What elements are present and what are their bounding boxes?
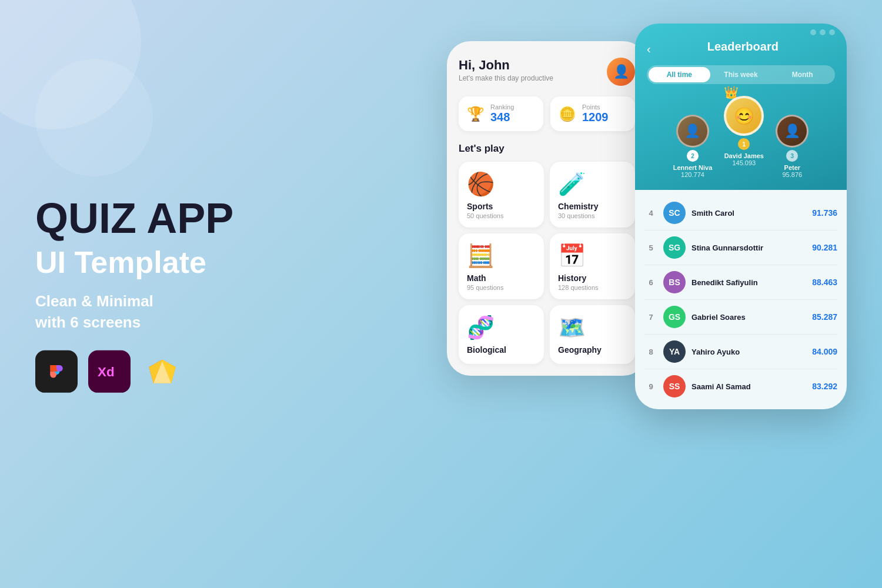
bg-decoration-circle-2 [35, 59, 153, 176]
score-stina: 90.281 [812, 243, 837, 252]
ranking-label: Ranking [490, 103, 514, 111]
greeting-text: Hi, John [459, 58, 553, 73]
category-biological[interactable]: 🧬 Biological [459, 305, 544, 364]
tab-this-week[interactable]: This week [710, 67, 772, 82]
coin-icon: 🪙 [559, 106, 576, 122]
phone-leaderboard: ‹ Leaderboard All time This week Month 👤 [635, 24, 847, 409]
avatar-gabriel: GS [663, 306, 686, 328]
score-gabriel: 85.287 [812, 312, 837, 322]
sub-title: UI Template [35, 244, 270, 280]
score-lennert: 120.774 [681, 171, 704, 178]
avatar-stina: SG [663, 236, 686, 259]
rank-8: 8 [644, 348, 657, 356]
first-place-avatar-wrapper: 👑 😊 [724, 96, 764, 136]
math-questions: 95 questions [467, 284, 536, 291]
math-icon: 🧮 [467, 243, 536, 269]
points-label: Points [582, 103, 609, 111]
lets-play-title: Let's play [459, 143, 635, 155]
phone-quiz-home: Hi, John Let's make this day productive … [447, 41, 647, 376]
avatar-smith: SC [663, 202, 686, 224]
phones-container: Hi, John Let's make this day productive … [447, 24, 847, 409]
name-lennert: Lennert Niva [673, 164, 713, 171]
score-david: 145.093 [732, 159, 756, 166]
desc-line2: with 6 screens [35, 313, 141, 331]
name-yahiro: Yahiro Ayuko [691, 348, 812, 356]
score-benedikt: 88.463 [812, 278, 837, 287]
name-peter: Peter [784, 164, 801, 171]
score-peter: 95.876 [782, 171, 802, 178]
time-filter-tabs: All time This week Month [647, 65, 835, 84]
rank-5: 5 [644, 243, 657, 252]
trophy-icon: 🏆 [467, 106, 485, 122]
leaderboard-title: Leaderboard [651, 40, 835, 54]
dot-2 [820, 29, 826, 35]
podium: 👤 2 Lennert Niva 120.774 👑 😊 1 Davi [647, 96, 835, 190]
header-text: Hi, John Let's make this day productive [459, 58, 553, 82]
main-title: QUIZ APP [35, 195, 270, 242]
points-card: 🪙 Points 1209 [550, 96, 635, 131]
history-name: History [558, 273, 627, 283]
lb-row-4[interactable]: 4 SC Smith Carol 91.736 [644, 196, 837, 230]
xd-icon: Xd [88, 350, 131, 393]
name-benedikt: Benedikt Safiyulin [691, 278, 812, 287]
avatar-david: 😊 [724, 96, 764, 136]
dot-1 [810, 29, 816, 35]
avatar-peter: 👤 [776, 115, 808, 148]
podium-2nd: 👤 2 Lennert Niva 120.774 [673, 115, 713, 178]
figma-icon [35, 350, 78, 393]
phone-header: Hi, John Let's make this day productive … [459, 58, 635, 86]
rank-9: 9 [644, 382, 657, 391]
tab-all-time[interactable]: All time [649, 67, 710, 82]
lb-row-9[interactable]: 9 SS Saami Al Samad 83.292 [644, 369, 837, 403]
leaderboard-header: ‹ Leaderboard All time This week Month 👤 [635, 24, 847, 190]
chemistry-icon: 🧪 [558, 171, 627, 197]
rank-4: 4 [644, 209, 657, 218]
greeting-subtitle: Let's make this day productive [459, 74, 553, 82]
sketch-icon [141, 350, 183, 393]
left-section: QUIZ APP UI Template Clean & Minimal wit… [35, 195, 270, 393]
chemistry-name: Chemistry [558, 202, 627, 211]
rank-2-badge: 2 [687, 150, 699, 162]
user-avatar: 👤 [607, 58, 635, 86]
geography-name: Geography [558, 345, 627, 355]
stats-row: 🏆 Ranking 348 🪙 Points 1209 [459, 96, 635, 131]
history-icon: 📅 [558, 243, 627, 269]
biology-icon: 🧬 [467, 315, 536, 340]
category-chemistry[interactable]: 🧪 Chemistry 30 questions [550, 162, 635, 228]
tab-month[interactable]: Month [771, 67, 833, 82]
category-history[interactable]: 📅 History 128 questions [550, 233, 635, 299]
avatar-benedikt: BS [663, 271, 686, 293]
history-questions: 128 questions [558, 284, 627, 291]
ranking-value: 348 [490, 111, 514, 124]
sports-icon: 🏀 [467, 171, 536, 197]
back-button[interactable]: ‹ [647, 42, 651, 56]
description: Clean & Minimal with 6 screens [35, 290, 270, 333]
tool-icons-row: Xd [35, 350, 270, 393]
quiz-categories-grid: 🏀 Sports 50 questions 🧪 Chemistry 30 que… [459, 162, 635, 364]
math-name: Math [467, 273, 536, 283]
biology-name: Biological [467, 345, 536, 355]
desc-line1: Clean & Minimal [35, 292, 153, 309]
podium-3rd: 👤 3 Peter 95.876 [776, 115, 808, 178]
podium-1st: 👑 😊 1 David James 145.093 [724, 96, 764, 166]
category-sports[interactable]: 🏀 Sports 50 questions [459, 162, 544, 228]
score-smith: 91.736 [812, 208, 837, 218]
name-gabriel: Gabriel Soares [691, 313, 812, 322]
lb-row-8[interactable]: 8 YA Yahiro Ayuko 84.009 [644, 335, 837, 369]
geography-icon: 🗺️ [558, 315, 627, 340]
lb-row-7[interactable]: 7 GS Gabriel Soares 85.287 [644, 300, 837, 335]
points-value: 1209 [582, 111, 609, 124]
leaderboard-list: 4 SC Smith Carol 91.736 5 SG Stina Gunna… [635, 190, 847, 409]
lb-row-6[interactable]: 6 BS Benedikt Safiyulin 88.463 [644, 265, 837, 300]
lb-row-5[interactable]: 5 SG Stina Gunnarsdottir 90.281 [644, 230, 837, 265]
sports-name: Sports [467, 202, 536, 211]
avatar-saami: SS [663, 375, 686, 397]
avatar-yahiro: YA [663, 340, 686, 363]
category-math[interactable]: 🧮 Math 95 questions [459, 233, 544, 299]
header-dots [810, 29, 835, 35]
score-yahiro: 84.009 [812, 347, 837, 356]
sports-questions: 50 questions [467, 212, 536, 219]
name-stina: Stina Gunnarsdottir [691, 243, 812, 252]
category-geography[interactable]: 🗺️ Geography [550, 305, 635, 364]
svg-text:Xd: Xd [98, 365, 115, 379]
